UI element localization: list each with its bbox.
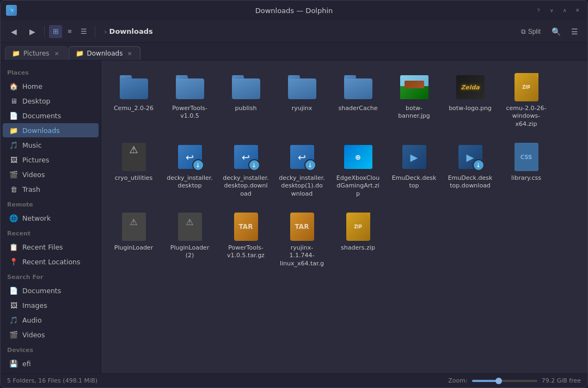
file-name-decky1: decky_installer.desktop <box>167 174 213 190</box>
file-name-cemu-zip: cemu-2.0-26-windows-x64.zip <box>503 105 549 128</box>
file-name-emudeck-desktop: EmuDeck.desktop <box>391 174 437 190</box>
sidebar-item-documents[interactable]: 📄 Documents <box>3 108 99 123</box>
file-name-decky3: decky_installer.desktop(1).download <box>279 174 325 197</box>
split-button[interactable]: ⧉ Split <box>517 26 545 38</box>
cemu-zip-icon: ZIP <box>511 72 542 102</box>
file-name-shadercache-folder: shaderCache <box>339 105 378 112</box>
file-item-cryo[interactable]: ⚠ cryo_utilities <box>108 137 160 202</box>
decky3-icon: ↩ ↓ <box>287 142 317 172</box>
split-label: Split <box>528 28 541 35</box>
sidebar-item-search-images[interactable]: 🖼 Images <box>3 298 99 312</box>
folder-icon-powertools <box>175 72 205 102</box>
toolbar: ◀ ▶ ⊞ ≡ ☰ › Downloads ⧉ Split 🔍 ☰ <box>1 20 587 43</box>
recent-locations-icon: 📍 <box>9 257 18 266</box>
file-item-ryujinx-folder[interactable]: ryujinx <box>276 67 328 132</box>
edge-icon-text: ⊕ <box>355 153 361 161</box>
tab-downloads[interactable]: 📁 Downloads ✕ <box>69 46 141 60</box>
file-name-pluginloader2: PluginLoader (2) <box>167 244 213 260</box>
file-item-pluginloader1[interactable]: ⚠ PluginLoader <box>108 207 160 272</box>
file-item-shaders-zip[interactable]: ZIP shaders.zip <box>332 207 384 272</box>
file-item-botw-banner[interactable]: botw-banner.jpg <box>388 67 440 132</box>
videos-icon: 🎬 <box>9 170 18 179</box>
file-item-powertools-folder[interactable]: PowerTools-v1.0.5 <box>164 67 216 132</box>
free-space: 79.2 GiB free <box>542 377 581 384</box>
sidebar-item-videos-label: Videos <box>22 171 45 179</box>
status-info: 5 Folders, 16 Files (498.1 MiB) <box>7 377 97 384</box>
file-item-library-css[interactable]: CSS library.css <box>500 137 552 202</box>
remote-section-label: Remote <box>1 197 101 210</box>
sidebar-item-network-label: Network <box>22 214 51 222</box>
file-item-cemu-folder[interactable]: Cemu_2.0-26 <box>108 67 160 132</box>
forward-button[interactable]: ▶ <box>24 24 40 39</box>
pluginloader-warning-icon: ⚠ <box>130 217 137 227</box>
home-icon: 🏠 <box>9 82 18 90</box>
sidebar-item-trash[interactable]: 🗑 Trash <box>3 182 99 196</box>
tab-pictures-icon: 📁 <box>12 50 20 57</box>
zoom-label: Zoom: <box>448 377 467 384</box>
tab-downloads-close[interactable]: ✕ <box>126 50 133 57</box>
file-item-emudeck-download[interactable]: ▶ ↓ EmuDeck.desktop.download <box>444 137 496 202</box>
help-button[interactable]: ? <box>534 6 543 15</box>
zoom-slider[interactable] <box>472 380 537 382</box>
emudeck-dl-overlay: ↓ <box>473 159 485 171</box>
file-item-botw-logo[interactable]: Zelda botw-logo.png <box>444 67 496 132</box>
sidebar-item-trash-label: Trash <box>22 185 40 193</box>
sidebar-item-music[interactable]: 🎵 Music <box>3 138 99 152</box>
sidebar-item-search-videos[interactable]: 🎬 Videos <box>3 328 99 342</box>
sidebar-item-downloads[interactable]: 📁 Downloads <box>3 123 99 137</box>
sidebar-item-videos[interactable]: 🎬 Videos <box>3 167 99 181</box>
sidebar-item-home[interactable]: 🏠 Home <box>3 79 99 93</box>
file-item-edge-zip[interactable]: ⊕ EdgeXboxCloudGamingArt.zip <box>332 137 384 202</box>
network-icon: 🌐 <box>9 214 18 222</box>
file-name-botw-logo: botw-logo.png <box>449 105 492 112</box>
file-name-emudeck-download: EmuDeck.desktop.download <box>447 174 493 190</box>
close-button[interactable]: ✕ <box>573 6 582 15</box>
split-icon: ⧉ <box>521 28 526 35</box>
file-item-cemu-zip[interactable]: ZIP cemu-2.0-26-windows-x64.zip <box>500 67 552 132</box>
file-name-ryujinx-folder: ryujinx <box>292 105 313 112</box>
ryujinx-tgz-icon: TAR <box>287 211 317 242</box>
tab-pictures-close[interactable]: ✕ <box>53 50 60 57</box>
file-item-powertools-tgz[interactable]: TAR PowerTools-v1.0.5.tar.gz <box>220 207 272 272</box>
emudeck-symbol: ▶ <box>411 151 418 163</box>
recent-section-label: Recent <box>1 226 101 239</box>
menu-button[interactable]: ☰ <box>567 24 582 39</box>
file-item-ryujinx-tgz[interactable]: TAR ryujinx-1.1.744-linux_x64.tar.gz <box>276 207 328 272</box>
file-item-pluginloader2[interactable]: ⚠ PluginLoader (2) <box>164 207 216 272</box>
minimize-button[interactable]: ∨ <box>547 6 556 15</box>
file-item-publish-folder[interactable]: publish <box>220 67 272 132</box>
sidebar-item-efi[interactable]: 💾 efi <box>3 356 99 371</box>
detail-view-button[interactable]: ☰ <box>77 25 90 38</box>
file-item-emudeck-desktop[interactable]: ▶ EmuDeck.desktop <box>388 137 440 202</box>
window-title: Downloads — Dolphin <box>255 7 333 15</box>
file-item-shadercache-folder[interactable]: shaderCache <box>332 67 384 132</box>
back-button[interactable]: ◀ <box>6 24 21 39</box>
compact-view-button[interactable]: ≡ <box>63 25 76 38</box>
sidebar-item-pictures[interactable]: 🖼 Pictures <box>3 153 99 167</box>
breadcrumb-current[interactable]: Downloads <box>109 27 153 35</box>
sidebar-item-search-audio[interactable]: 🎵 Audio <box>3 313 99 327</box>
tab-pictures[interactable]: 📁 Pictures ✕ <box>5 46 68 60</box>
sidebar-item-network[interactable]: 🌐 Network <box>3 211 99 225</box>
maximize-button[interactable]: ∧ <box>560 6 569 15</box>
sidebar-item-recent-locations[interactable]: 📍 Recent Locations <box>3 254 99 269</box>
pluginloader2-warning-icon: ⚠ <box>186 217 193 227</box>
icon-view-button[interactable]: ⊞ <box>49 25 62 38</box>
file-name-cryo: cryo_utilities <box>115 174 153 182</box>
sidebar-item-desktop[interactable]: 🖥 Desktop <box>3 94 99 108</box>
search-audio-icon: 🎵 <box>9 316 18 324</box>
edge-zip-icon: ⊕ <box>343 142 373 172</box>
file-item-decky3[interactable]: ↩ ↓ decky_installer.desktop(1).download <box>276 137 328 202</box>
file-item-decky1[interactable]: ↩ ↓ decky_installer.desktop <box>164 137 216 202</box>
sidebar-item-search-documents[interactable]: 📄 Documents <box>3 283 99 298</box>
file-grid: Cemu_2.0-26 PowerTools-v1.0.5 <box>108 67 581 272</box>
emudeck-download-icon: ▶ ↓ <box>455 142 486 172</box>
folder-icon-ryujinx <box>287 72 317 102</box>
warning-icon: ⚠ <box>129 144 138 155</box>
search-button[interactable]: 🔍 <box>548 24 564 39</box>
file-item-decky2[interactable]: ↩ ↓ decky_installer.desktop.download <box>220 137 272 202</box>
sidebar-item-recent-files[interactable]: 📋 Recent Files <box>3 240 99 254</box>
sidebar-item-recent-locations-label: Recent Locations <box>22 258 81 266</box>
toolbar-right: ⧉ Split 🔍 ☰ <box>517 24 582 39</box>
sidebar-item-search-audio-label: Audio <box>22 316 42 324</box>
